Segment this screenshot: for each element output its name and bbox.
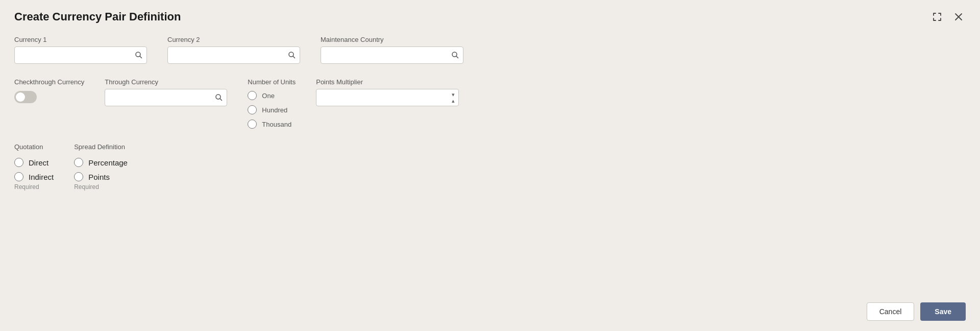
number-of-units-thousand-radio[interactable] (248, 120, 257, 129)
search-icon (288, 51, 296, 59)
expand-icon (932, 12, 942, 22)
points-multiplier-select-wrapper: ▾ ▴ (316, 89, 459, 106)
through-currency-search-button[interactable] (215, 93, 223, 102)
spread-definition-section: Spread Definition Percentage Points Requ… (74, 143, 128, 191)
currency1-label: Currency 1 (14, 36, 147, 43)
spread-definition-percentage-label: Percentage (88, 158, 128, 167)
expand-button[interactable] (930, 11, 944, 23)
points-multiplier-label: Points Multiplier (316, 78, 459, 86)
dialog-header: Create Currency Pair Definition (14, 10, 966, 23)
quotation-direct-label: Direct (29, 158, 48, 167)
second-row: Checkthrough Currency Through Currency N… (14, 78, 966, 129)
spread-definition-percentage-option[interactable]: Percentage (74, 158, 128, 167)
bottom-row: Quotation Direct Indirect Required Sprea… (14, 143, 966, 191)
number-of-units-hundred-radio[interactable] (248, 105, 257, 114)
dialog-title: Create Currency Pair Definition (14, 10, 181, 23)
quotation-direct-option[interactable]: Direct (14, 158, 54, 167)
header-actions (930, 11, 966, 23)
currency1-input-wrapper (14, 46, 147, 64)
search-icon (451, 51, 459, 59)
currency1-input[interactable] (14, 46, 147, 64)
currency2-label: Currency 2 (167, 36, 300, 43)
maintenance-country-search-button[interactable] (451, 51, 459, 59)
quotation-direct-radio[interactable] (14, 158, 23, 167)
number-of-units-label: Number of Units (248, 78, 296, 86)
spread-definition-points-label: Points (88, 173, 110, 181)
quotation-label: Quotation (14, 143, 54, 151)
through-currency-group: Through Currency (105, 78, 227, 106)
currency2-input[interactable] (167, 46, 300, 64)
spread-definition-points-option[interactable]: Points (74, 172, 128, 181)
chevron-up-icon: ▴ (452, 98, 455, 104)
currency2-search-button[interactable] (288, 51, 296, 59)
maintenance-country-label: Maintenance Country (321, 36, 463, 43)
close-button[interactable] (951, 11, 966, 23)
number-of-units-one-option[interactable]: One (248, 91, 296, 100)
number-of-units-group: Number of Units One Hundred Thousand (248, 78, 296, 129)
number-of-units-one-label: One (262, 92, 275, 100)
chevron-down-icon: ▾ (452, 91, 455, 98)
currency-row: Currency 1 Currency 2 (14, 36, 966, 64)
quotation-indirect-label: Indirect (29, 173, 54, 181)
spread-definition-required: Required (74, 183, 128, 191)
number-of-units-hundred-label: Hundred (262, 106, 287, 114)
spread-definition-label: Spread Definition (74, 143, 128, 151)
maintenance-country-input-wrapper (321, 46, 463, 64)
currency1-search-button[interactable] (135, 51, 143, 59)
points-multiplier-select[interactable] (316, 89, 459, 106)
maintenance-country-group: Maintenance Country (321, 36, 463, 64)
close-icon (953, 12, 964, 22)
maintenance-country-input[interactable] (321, 46, 463, 64)
spread-definition-percentage-radio[interactable] (74, 158, 83, 167)
search-icon (215, 93, 223, 102)
quotation-section: Quotation Direct Indirect Required (14, 143, 54, 191)
number-of-units-radio-group: One Hundred Thousand (248, 91, 296, 129)
quotation-radio-group: Direct Indirect (14, 158, 54, 181)
checkthrough-currency-toggle[interactable] (14, 91, 37, 103)
number-of-units-hundred-option[interactable]: Hundred (248, 105, 296, 114)
through-currency-input[interactable] (105, 89, 227, 106)
currency2-input-wrapper (167, 46, 300, 64)
currency1-group: Currency 1 (14, 36, 147, 64)
points-multiplier-select-icons: ▾ ▴ (452, 91, 455, 104)
number-of-units-thousand-option[interactable]: Thousand (248, 120, 296, 129)
quotation-indirect-option[interactable]: Indirect (14, 172, 54, 181)
through-currency-label: Through Currency (105, 78, 227, 86)
points-multiplier-group: Points Multiplier ▾ ▴ (316, 78, 459, 106)
checkthrough-toggle-wrapper (14, 91, 84, 103)
through-currency-input-wrapper (105, 89, 227, 106)
dialog-footer: Cancel Save (14, 297, 966, 321)
quotation-required: Required (14, 183, 54, 191)
create-currency-pair-dialog: Create Currency Pair Definition Currency… (0, 0, 980, 331)
spread-definition-radio-group: Percentage Points (74, 158, 128, 181)
number-of-units-one-radio[interactable] (248, 91, 257, 100)
currency2-group: Currency 2 (167, 36, 300, 64)
spread-definition-points-radio[interactable] (74, 172, 83, 181)
quotation-indirect-radio[interactable] (14, 172, 23, 181)
cancel-button[interactable]: Cancel (867, 302, 915, 321)
search-icon (135, 51, 143, 59)
number-of-units-thousand-label: Thousand (262, 121, 291, 128)
checkthrough-currency-label: Checkthrough Currency (14, 78, 84, 86)
checkthrough-currency-group: Checkthrough Currency (14, 78, 84, 103)
save-button[interactable]: Save (920, 302, 966, 321)
